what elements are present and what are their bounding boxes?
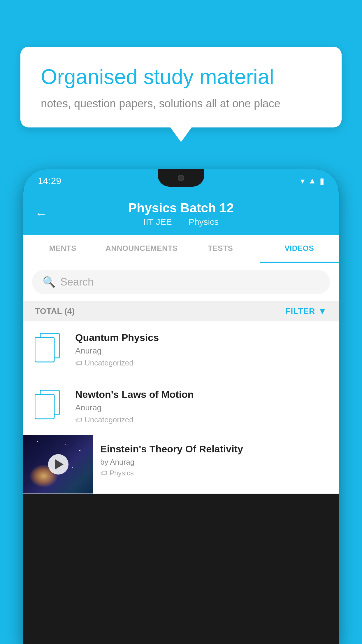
list-item[interactable]: Einstein's Theory Of Relativity by Anura… [23, 435, 339, 494]
camera-dot [178, 175, 184, 181]
video-author: Anurag [75, 346, 330, 356]
status-icons: ▾ ▲ ▮ [301, 176, 324, 186]
header-title: Physics Batch 12 [128, 201, 234, 215]
wifi-icon: ▾ [301, 176, 305, 186]
list-item[interactable]: Quantum Physics Anurag 🏷 Uncategorized [23, 321, 339, 378]
file-icon [35, 390, 64, 422]
svg-rect-3 [35, 394, 54, 419]
phone-frame: 14:29 ▾ ▲ ▮ ← Physics Batch 12 IIT JEE P… [23, 169, 339, 644]
video-title: Quantum Physics [75, 332, 330, 343]
tag-label: Uncategorized [85, 415, 133, 424]
video-info: Quantum Physics Anurag 🏷 Uncategorized [75, 332, 330, 368]
status-time: 14:29 [38, 176, 61, 186]
video-tag: 🏷 Physics [100, 469, 332, 477]
app-header: ← Physics Batch 12 IIT JEE Physics [23, 192, 339, 235]
signal-icon: ▲ [308, 176, 316, 186]
battery-icon: ▮ [320, 176, 324, 186]
video-thumbnail [23, 435, 93, 494]
video-tag: 🏷 Uncategorized [75, 358, 330, 368]
svg-rect-1 [35, 337, 54, 362]
tab-ments[interactable]: MENTS [23, 235, 102, 263]
tag-icon: 🏷 [75, 416, 82, 424]
back-button[interactable]: ← [35, 207, 47, 221]
subtitle-separator [179, 217, 184, 227]
bubble-subtitle: notes, question papers, solutions all at… [41, 97, 321, 110]
video-title: Newton's Laws of Motion [75, 389, 330, 400]
tab-tests[interactable]: TESTS [181, 235, 260, 263]
video-author: Anurag [75, 403, 330, 412]
notch [158, 169, 204, 187]
video-list: Quantum Physics Anurag 🏷 Uncategorized [23, 321, 339, 494]
subtitle-iitjee: IIT JEE [143, 217, 172, 227]
file-icon-thumb [32, 332, 67, 367]
video-info: Newton's Laws of Motion Anurag 🏷 Uncateg… [75, 389, 330, 424]
play-triangle-icon [55, 459, 64, 470]
file-icon [35, 333, 64, 365]
video-title: Einstein's Theory Of Relativity [100, 443, 332, 455]
search-input[interactable]: Search [60, 276, 94, 288]
filter-button[interactable]: FILTER ▼ [285, 306, 327, 316]
search-icon: 🔍 [43, 276, 56, 288]
subtitle-physics: Physics [189, 217, 219, 227]
tag-label: Physics [110, 469, 134, 477]
speech-bubble: Organised study material notes, question… [20, 47, 342, 127]
bubble-title: Organised study material [41, 64, 321, 89]
tab-videos[interactable]: VIDEOS [260, 235, 339, 263]
video-info: Einstein's Theory Of Relativity by Anura… [93, 435, 339, 485]
video-by-author: by Anurag [100, 458, 332, 467]
play-button[interactable] [48, 454, 68, 475]
tag-icon: 🏷 [100, 469, 107, 477]
video-tag: 🏷 Uncategorized [75, 415, 330, 424]
tab-announcements[interactable]: ANNOUNCEMENTS [102, 235, 181, 263]
filter-label: FILTER [285, 307, 315, 316]
search-bar[interactable]: 🔍 Search [32, 270, 330, 294]
status-bar: 14:29 ▾ ▲ ▮ [23, 169, 339, 192]
total-label: TOTAL (4) [35, 307, 75, 316]
list-item[interactable]: Newton's Laws of Motion Anurag 🏷 Uncateg… [23, 378, 339, 435]
filter-funnel-icon: ▼ [318, 306, 327, 316]
tag-label: Uncategorized [85, 358, 133, 368]
tag-icon: 🏷 [75, 359, 82, 367]
filter-bar: TOTAL (4) FILTER ▼ [23, 301, 339, 321]
file-icon-thumb [32, 389, 67, 424]
phone-content: 🔍 Search TOTAL (4) FILTER ▼ [23, 263, 339, 494]
header-subtitle: IIT JEE Physics [141, 217, 221, 227]
search-bar-container: 🔍 Search [23, 263, 339, 301]
tabs-bar: MENTS ANNOUNCEMENTS TESTS VIDEOS [23, 235, 339, 263]
